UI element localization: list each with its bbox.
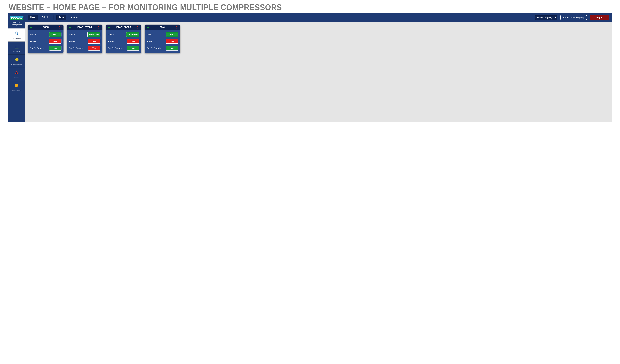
model-value: Test (166, 32, 178, 37)
power-row: Power OFF (108, 39, 139, 44)
cards-area: 8888 Model 8888 Power OFF Out (25, 22, 612, 56)
brand-caption-line2: Management (12, 24, 22, 26)
power-row: Power OFF (30, 39, 62, 44)
main-area: User Admin Type admin Select Language Sp… (25, 13, 612, 122)
brand-caption-line1: Machine (13, 21, 20, 24)
sidebar-item-label: Alerts (14, 76, 19, 79)
svg-rect-3 (16, 46, 16, 48)
oob-label: Out Of Bounds (30, 47, 44, 49)
power-value: OFF (127, 39, 139, 44)
sidebar-item-label: Configuration (11, 63, 22, 65)
brand-logo: DOOSAN (10, 16, 24, 20)
svg-rect-9 (31, 27, 31, 28)
sidebar-item-analysis[interactable]: Analysis (8, 42, 25, 55)
alert-triangle-icon (9, 70, 25, 76)
status-triangle-icon (107, 26, 110, 29)
oob-row: Out Of Bounds No (108, 46, 139, 51)
svg-rect-7 (16, 72, 17, 73)
svg-rect-15 (148, 27, 148, 28)
app-frame: DOOSAN Machine Management Monitoring Ana… (8, 13, 612, 122)
sidebar-item-complaints[interactable]: Complaints (8, 81, 25, 94)
expand-icon[interactable] (137, 26, 140, 29)
note-icon (9, 83, 25, 89)
svg-rect-4 (17, 45, 17, 48)
language-select[interactable]: Select Language (535, 15, 557, 20)
oob-value: No (166, 46, 178, 51)
power-row: Power OFF (69, 39, 100, 44)
svg-rect-14 (109, 28, 109, 28)
oob-label: Out Of Bounds (69, 47, 83, 49)
status-triangle-icon (146, 26, 150, 29)
power-value: OFF (49, 39, 62, 44)
compressor-card[interactable]: Test Model Test Power OFF Out (145, 25, 180, 53)
model-row: Model Test (147, 32, 178, 37)
card-header: BIAJ188003 (106, 25, 141, 30)
card-body: Model 8888 Power OFF Out Of Bounds No (28, 30, 63, 53)
oob-row: Out Of Bounds No (147, 46, 178, 51)
compressor-card[interactable]: BIAJ187004 Model PA187VH Power OFF (67, 25, 102, 53)
oob-label: Out Of Bounds (108, 47, 122, 49)
card-title: 8888 (33, 26, 59, 29)
svg-rect-10 (31, 28, 31, 28)
spare-parts-button[interactable]: Spare Parts Enquiry (560, 15, 587, 20)
svg-rect-12 (70, 28, 70, 28)
power-label: Power (108, 40, 114, 43)
type-value: admin (66, 15, 82, 20)
sidebar-item-monitoring[interactable]: Monitoring (8, 29, 25, 42)
gear-icon (9, 57, 25, 62)
brand-box: DOOSAN Machine Management (8, 13, 25, 29)
svg-rect-13 (109, 27, 109, 28)
expand-icon[interactable] (176, 26, 179, 29)
oob-value: Yes (88, 46, 100, 51)
card-header: 8888 (28, 25, 63, 30)
card-body: Model PA187MH Power OFF Out Of Bounds No (106, 30, 141, 53)
svg-rect-16 (148, 28, 148, 28)
user-key: User (28, 15, 38, 20)
model-row: Model 8888 (30, 32, 62, 37)
expand-icon[interactable] (59, 26, 62, 29)
sidebar-item-alerts[interactable]: Alerts (8, 68, 25, 81)
status-triangle-icon (30, 26, 33, 29)
slide-title: WEBSITE – HOME PAGE – FOR MONITORING MUL… (0, 0, 620, 14)
status-triangle-icon (68, 26, 72, 29)
card-header: Test (145, 25, 180, 30)
power-row: Power OFF (147, 39, 178, 44)
search-icon (9, 31, 25, 36)
model-label: Model (147, 33, 153, 36)
logout-button[interactable]: Logout (590, 15, 609, 20)
model-row: Model PA187VH (69, 32, 100, 37)
sidebar-item-label: Analysis (13, 50, 20, 52)
user-box: User Admin (28, 15, 53, 20)
sidebar-item-label: Monitoring (13, 37, 21, 39)
card-body: Model PA187VH Power OFF Out Of Bounds Ye… (67, 30, 102, 53)
model-label: Model (69, 33, 75, 36)
sidebar-item-label: Complaints (12, 90, 21, 92)
svg-line-1 (17, 34, 18, 35)
svg-rect-2 (15, 46, 16, 48)
model-value: PA187VH (87, 32, 100, 37)
oob-value: No (49, 46, 62, 51)
oob-label: Out Of Bounds (147, 47, 161, 49)
model-label: Model (108, 33, 114, 36)
card-title: Test (150, 26, 176, 29)
language-select-wrap: Select Language (535, 15, 557, 20)
card-header: BIAJ187004 (67, 25, 102, 30)
oob-value: No (127, 46, 139, 51)
model-label: Model (30, 33, 36, 36)
card-title: BIAJ187004 (72, 26, 98, 29)
card-title: BIAJ188003 (110, 26, 137, 29)
power-value: OFF (88, 39, 100, 44)
compressor-card[interactable]: BIAJ188003 Model PA187MH Power OFF (106, 25, 141, 53)
model-value: PA187MH (126, 32, 139, 37)
compressor-card[interactable]: 8888 Model 8888 Power OFF Out (28, 25, 63, 53)
type-key: Type (57, 15, 66, 20)
model-row: Model PA187MH (108, 32, 139, 37)
brand-caption: Machine Management (9, 21, 24, 26)
oob-row: Out Of Bounds Yes (69, 46, 100, 51)
svg-rect-11 (70, 27, 70, 28)
oob-row: Out Of Bounds No (30, 46, 62, 51)
sidebar-item-configuration[interactable]: Configuration (8, 55, 25, 68)
card-body: Model Test Power OFF Out Of Bounds No (145, 30, 180, 53)
expand-icon[interactable] (98, 26, 101, 29)
bar-chart-icon (9, 44, 25, 49)
